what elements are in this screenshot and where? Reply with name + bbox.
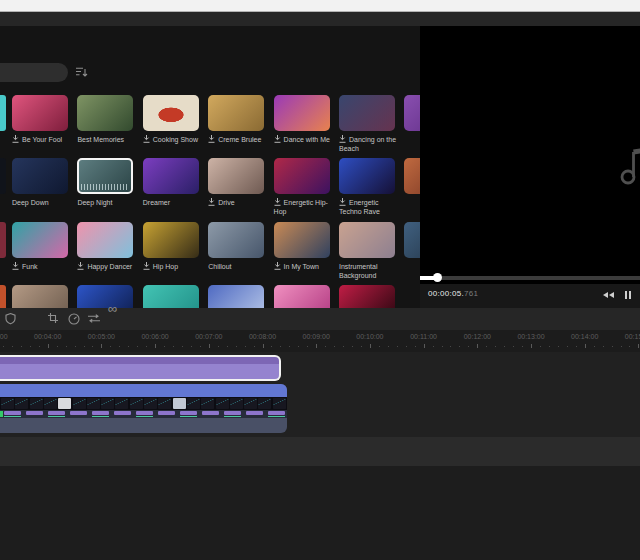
film-frame <box>173 398 186 409</box>
track-card[interactable] <box>12 95 68 131</box>
ruler-minor-tick <box>397 346 398 347</box>
track-card[interactable] <box>208 158 264 194</box>
track-card-partial[interactable] <box>208 285 264 308</box>
ruler-minor-tick <box>459 346 460 347</box>
track-name: Creme Brulee <box>218 136 261 143</box>
cut-thumbnail <box>0 285 6 308</box>
seek-handle[interactable] <box>433 273 442 282</box>
track-card-partial[interactable] <box>12 285 68 308</box>
track-card[interactable] <box>143 95 199 131</box>
cut-thumbnail <box>0 158 6 194</box>
ruler-minor-tick <box>513 346 514 347</box>
timeline-toolbar: ∞ <box>0 308 640 330</box>
track-card-partial[interactable] <box>77 285 133 308</box>
ruler-minor-tick <box>352 346 353 347</box>
ruler-minor-tick <box>146 346 147 347</box>
track-card[interactable] <box>208 222 264 258</box>
ruler-minor-tick <box>119 346 120 347</box>
ruler-minor-tick <box>84 346 85 347</box>
track-card[interactable] <box>274 95 330 131</box>
crop-button[interactable] <box>47 312 60 325</box>
track-label: Dancing on the Beach <box>339 135 401 153</box>
ruler-minor-tick <box>567 346 568 347</box>
film-frame <box>30 398 43 409</box>
rewind-button[interactable] <box>602 292 614 298</box>
time-ruler[interactable]: 00:03:0000:04:0000:05:0000:06:0000:07:00… <box>0 330 640 352</box>
track-card[interactable] <box>12 222 68 258</box>
track-name: Cooking Show <box>153 136 198 143</box>
adjust-button[interactable] <box>87 312 101 325</box>
track-card[interactable] <box>143 158 199 194</box>
track-name: Drive <box>218 199 234 206</box>
track-card-partial[interactable] <box>143 285 199 308</box>
ruler-minor-tick <box>468 346 469 347</box>
mask-shield-icon <box>4 312 17 326</box>
track-card-partial[interactable] <box>404 158 420 194</box>
track-name: Deep Night <box>77 199 112 206</box>
track-card[interactable] <box>274 158 330 194</box>
ruler-minor-tick <box>486 346 487 347</box>
film-frame <box>144 398 157 409</box>
track-card[interactable] <box>339 158 395 194</box>
ruler-minor-tick <box>137 346 138 347</box>
preview-panel: 00:00:05.761 <box>420 26 640 308</box>
film-frame <box>230 398 243 409</box>
track-card[interactable] <box>339 95 395 131</box>
ruler-major-tick <box>48 344 49 348</box>
pause-button[interactable] <box>625 291 633 299</box>
waveform-bar <box>70 411 87 415</box>
track-card[interactable] <box>208 95 264 131</box>
ruler-minor-tick <box>21 346 22 347</box>
track-card-partial[interactable] <box>274 285 330 308</box>
track-label: Dreamer <box>143 198 205 207</box>
ruler-minor-tick <box>495 346 496 347</box>
film-frame <box>201 398 214 409</box>
ruler-minor-tick <box>388 346 389 347</box>
track-card[interactable] <box>143 222 199 258</box>
waveform-bar <box>4 411 21 415</box>
ruler-minor-tick <box>218 346 219 347</box>
ruler-label: 00:11:00 <box>394 333 454 340</box>
video-clip[interactable] <box>0 384 287 433</box>
seek-bar[interactable] <box>420 276 640 280</box>
film-frame <box>273 398 286 409</box>
mask-button[interactable] <box>4 312 17 326</box>
ruler-label: 00:09:00 <box>286 333 346 340</box>
ruler-minor-tick <box>128 346 129 347</box>
track-card-partial[interactable] <box>404 222 420 258</box>
track-name: Dancing on the Beach <box>339 136 396 152</box>
waveform-bar <box>26 411 43 415</box>
empty-track-lane[interactable] <box>0 437 640 466</box>
track-name: Happy Dancer <box>87 263 132 270</box>
film-frame <box>58 398 71 409</box>
film-frame <box>244 398 257 409</box>
ruler-major-tick <box>531 344 532 348</box>
ruler-minor-tick <box>361 346 362 347</box>
ruler-minor-tick <box>433 346 434 347</box>
ruler-label: 00:12:00 <box>447 333 507 340</box>
film-frame <box>44 398 57 409</box>
track-card[interactable] <box>274 222 330 258</box>
ruler-major-tick <box>316 344 317 348</box>
ruler-minor-tick <box>612 346 613 347</box>
track-card[interactable] <box>77 158 133 194</box>
download-icon <box>143 135 150 143</box>
ruler-minor-tick <box>236 346 237 347</box>
track-card[interactable] <box>12 158 68 194</box>
track-card[interactable] <box>77 222 133 258</box>
track-card-partial[interactable] <box>404 95 420 131</box>
timeline-empty-area <box>0 466 640 560</box>
track-card[interactable] <box>339 222 395 258</box>
ruler-minor-tick <box>12 346 13 347</box>
music-clip[interactable] <box>0 355 281 381</box>
download-icon <box>339 135 346 143</box>
track-label: Deep Down <box>12 198 74 207</box>
ruler-minor-tick <box>603 346 604 347</box>
waveform-bar <box>202 411 219 415</box>
track-card[interactable] <box>77 95 133 131</box>
ruler-label: 00:10:00 <box>340 333 400 340</box>
track-card-partial[interactable] <box>339 285 395 308</box>
ruler-minor-tick <box>522 346 523 347</box>
speed-button[interactable] <box>67 312 81 326</box>
ruler-minor-tick <box>271 346 272 347</box>
